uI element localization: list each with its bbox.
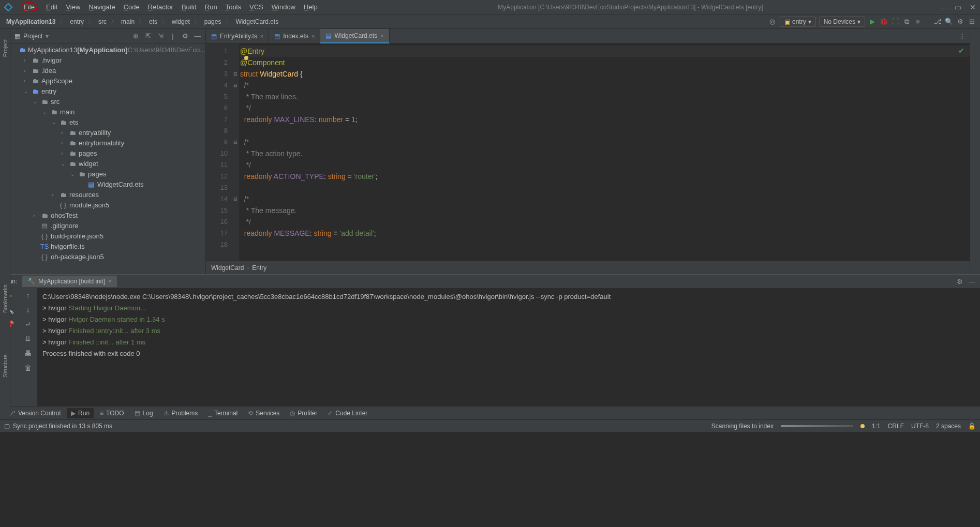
tree-node[interactable]: 🖿MyApplication13 [MyApplication] C:\User… [10,44,205,55]
project-view-title[interactable]: Project [23,33,42,40]
scroll-icon[interactable]: ⇊ [25,335,31,343]
tree-node[interactable]: ›🖿.idea [10,65,205,76]
menu-window[interactable]: Window [268,2,300,12]
run-console[interactable]: C:\Users\98348\nodejs\node.exe C:\Users\… [37,288,980,406]
panel-settings-icon[interactable]: ⚙ [182,33,189,40]
search-icon[interactable]: 🔍 [945,18,953,26]
editor-tab[interactable]: ▤Index.ets× [269,29,320,43]
breadcrumb-item[interactable]: MyApplication13 [4,17,57,26]
indent-setting[interactable]: 2 spaces [936,423,961,430]
tree-node[interactable]: { }build-profile.json5 [10,231,205,241]
tree-node[interactable]: TShvigorfile.ts [10,241,205,251]
breadcrumb-item[interactable]: pages [202,17,224,26]
crumb-entry[interactable]: Entry [252,264,266,272]
tree-node[interactable]: ›🖿entryability [10,127,205,138]
debug-button-icon[interactable]: 🐞 [880,18,888,26]
editor-tab[interactable]: ▤WidgetCard.ets× [320,29,389,43]
sidetab-bookmarks[interactable]: Bookmarks [2,284,8,313]
menu-build[interactable]: Build [177,2,201,12]
file-encoding[interactable]: UTF-8 [911,423,929,430]
tree-node[interactable]: ›🖿entryformability [10,138,205,148]
sidetab-project[interactable]: Project [2,39,8,57]
editor-tab[interactable]: ▤EntryAbility.ts× [206,29,269,43]
bottom-tab-services[interactable]: ⟲Services [244,408,284,418]
line-separator[interactable]: CRLF [888,423,904,430]
tree-node[interactable]: ›🖿pages [10,148,205,158]
menu-run[interactable]: Run [201,2,221,12]
tree-node[interactable]: { }module.json5 [10,200,205,210]
down-icon[interactable]: ↓ [26,306,30,314]
breadcrumb-item[interactable]: main [119,17,137,26]
tree-node[interactable]: ›🖿resources [10,189,205,200]
run-tab-close-icon[interactable]: × [108,278,112,285]
hide-panel-icon[interactable]: — [194,33,201,40]
breadcrumb-item[interactable]: entry [68,17,86,26]
settings-icon[interactable]: ⚙ [956,18,964,26]
readonly-lock-icon[interactable]: 🔓 [968,423,976,430]
menu-vcs[interactable]: VCS [245,2,268,12]
status-hide-icon[interactable]: ▢ [4,423,10,430]
tree-node[interactable]: ⌄🖿widget [10,158,205,169]
bottom-tab-problems[interactable]: ⚠Problems [159,408,202,418]
git-icon[interactable]: ⎇ [933,18,942,26]
menu-help[interactable]: Help [300,2,322,12]
tree-node[interactable]: ▤WidgetCard.ets [10,179,205,189]
menu-navigate[interactable]: Navigate [84,2,119,12]
crumb-widgetcard[interactable]: WidgetCard [211,264,244,272]
tree-node[interactable]: ▤.gitignore [10,220,205,231]
bottom-tab-run[interactable]: ▶Run [67,408,94,418]
tree-node[interactable]: ›🖿AppScope [10,76,205,86]
bottom-tab-log[interactable]: ▤Log [130,408,157,418]
print-icon[interactable]: 🖶 [24,349,32,357]
attach-icon[interactable]: ⧉ [902,18,911,26]
tree-node[interactable]: { }oh-package.json5 [10,251,205,262]
collapse-all-icon[interactable]: ⇲ [157,33,164,40]
menu-edit[interactable]: Edit [42,2,62,12]
menu-code[interactable]: Code [120,2,144,12]
tree-node[interactable]: ›🖿ohosTest [10,210,205,220]
menu-tools[interactable]: Tools [221,2,245,12]
breadcrumb-item[interactable]: widget [170,17,192,26]
tree-node[interactable]: ⌄🖿entry [10,86,205,96]
target-icon[interactable]: ◎ [768,18,777,26]
run-settings-icon[interactable]: ⚙ [956,278,963,285]
bottom-tab-todo[interactable]: ≡TODO [96,408,128,418]
locate-icon[interactable]: ⊕ [132,33,139,40]
expand-all-icon[interactable]: ⇱ [144,33,152,40]
project-tree[interactable]: 🖿MyApplication13 [MyApplication] C:\User… [10,43,205,274]
close-button[interactable]: ✕ [970,3,976,11]
tab-close-icon[interactable]: × [311,33,315,39]
editor-more-icon[interactable]: ⋮ [955,32,970,40]
minimize-button[interactable]: — [939,3,946,11]
up-icon[interactable]: ↑ [26,291,30,299]
run-config-tab[interactable]: 🔨 MyApplication [build init] × [22,276,117,287]
tab-close-icon[interactable]: × [260,33,263,39]
stop-button-icon[interactable]: ■ [914,18,922,26]
warning-indicator-icon[interactable] [860,424,865,428]
run-button-icon[interactable]: ▶ [868,18,877,26]
device-select[interactable]: No Devices ▾ [819,17,865,27]
softwrap-icon[interactable]: ⤶ [25,320,31,328]
code-editor[interactable]: @Entry@Componentstruct WidgetCard { /* *… [239,43,970,261]
maximize-button[interactable]: ▭ [955,3,961,11]
fold-column[interactable]: ⊟⊟⊟⊟ [232,43,239,261]
menu-file[interactable]: File [17,2,42,12]
bottom-tab-code-linter[interactable]: ✓Code Linter [323,408,372,418]
tree-node[interactable]: ›🖿.hvigor [10,55,205,65]
sidetab-structure[interactable]: Structure [2,354,8,378]
menu-view[interactable]: View [62,2,84,12]
tab-close-icon[interactable]: × [380,33,383,39]
tree-node[interactable]: ⌄🖿ets [10,117,205,127]
bottom-tab-profiler[interactable]: ◷Profiler [286,408,321,418]
menu-refactor[interactable]: Refactor [144,2,177,12]
cursor-position[interactable]: 1:1 [872,423,881,430]
trash-icon[interactable]: 🗑 [24,364,32,372]
run-hide-icon[interactable]: — [969,278,976,285]
notifications-icon[interactable]: ⊞ [968,18,976,26]
bottom-tab-terminal[interactable]: _Terminal [204,408,242,418]
breadcrumb-item[interactable]: WidgetCard.ets [233,17,280,26]
breadcrumb-item[interactable]: src [96,17,109,26]
run-config-select[interactable]: ▣ entry ▾ [780,17,816,27]
analysis-ok-icon[interactable]: ✔ [958,47,964,55]
tree-node[interactable]: ⌄🖿pages [10,169,205,179]
